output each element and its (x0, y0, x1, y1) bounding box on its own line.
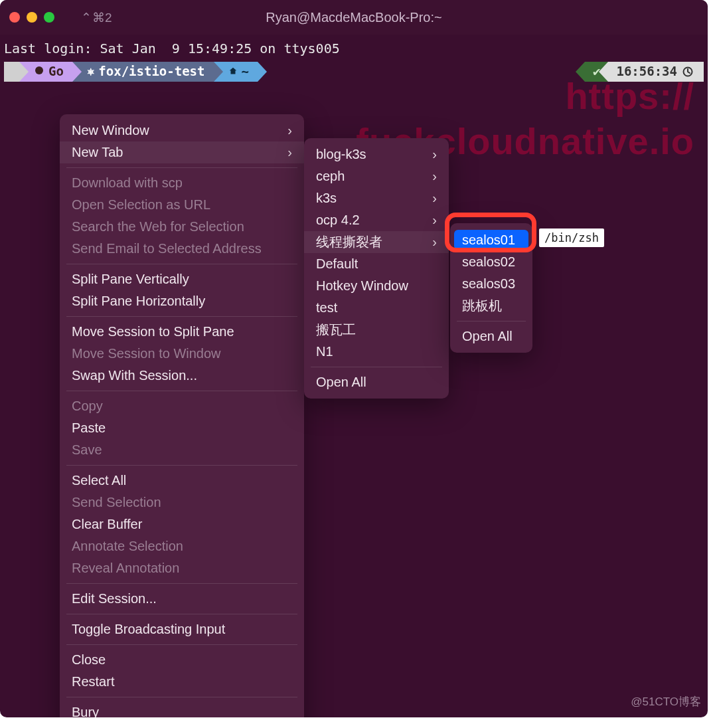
menu-separator (66, 316, 297, 317)
terminal-window: ⌃⌘2 Ryan@MacdeMacBook-Pro:~ Last login: … (0, 0, 708, 717)
credit-text: @51CTO博客 (631, 694, 701, 709)
chevron-right-icon: › (432, 191, 437, 206)
menu-item[interactable]: Clear Buffer (60, 513, 304, 535)
menu-item-label: Bury (72, 705, 99, 717)
menu-item-label: Default (316, 256, 358, 272)
window-title: Ryan@MacdeMacBook-Pro:~ (266, 10, 441, 25)
menu-item-label: 搬瓦工 (316, 321, 356, 339)
menu-item-label: 跳板机 (462, 297, 502, 315)
menu-item-label: ceph (316, 169, 345, 184)
menu-item[interactable]: Open All (304, 371, 449, 393)
menu-item[interactable]: N1 (304, 341, 449, 363)
menu-item[interactable]: Bury (60, 701, 304, 717)
menu-item: Open Selection as URL (60, 194, 304, 216)
menu-item[interactable]: 搬瓦工 (304, 319, 449, 341)
context-menu-main[interactable]: New Window›New Tab›Download with scpOpen… (60, 114, 304, 717)
window-controls (9, 12, 54, 23)
menu-separator (66, 614, 297, 614)
minimize-window-button[interactable] (27, 12, 37, 23)
svg-point-0 (35, 66, 43, 74)
menu-item[interactable]: Restart (60, 671, 304, 693)
menu-item-label: sealos02 (462, 254, 515, 270)
menu-item[interactable]: sealos02 (450, 251, 532, 273)
menu-separator (66, 583, 297, 584)
prompt-seg-kube: ⎈ fox/istio-test (72, 62, 214, 82)
context-menu-profile-group[interactable]: sealos01sealos02sealos03跳板机Open All (450, 223, 532, 353)
menu-separator (457, 321, 526, 321)
menu-item-label: Download with scp (72, 175, 183, 191)
menu-item-label: Select All (72, 473, 126, 488)
last-login-line: Last login: Sat Jan 9 15:49:25 on ttys00… (4, 40, 704, 58)
menu-item[interactable]: Hotkey Window (304, 275, 449, 297)
menu-item-label: Hotkey Window (316, 278, 408, 294)
menu-item-label: sealos03 (462, 276, 515, 292)
menu-item-label: Edit Session... (72, 591, 157, 606)
menu-item-label: Open All (462, 329, 513, 344)
menu-item: Save (60, 439, 304, 461)
menu-separator (66, 167, 297, 168)
menu-item[interactable]: New Tab› (60, 141, 304, 163)
menu-item: Search the Web for Selection (60, 216, 304, 238)
tab-shortcut-label: ⌃⌘2 (81, 10, 112, 25)
menu-item-label: Move Session to Split Pane (72, 324, 234, 339)
menu-item: Reveal Annotation (60, 557, 304, 579)
menu-item[interactable]: Close (60, 649, 304, 671)
chevron-right-icon: › (432, 147, 437, 162)
menu-item-label: N1 (316, 344, 333, 359)
menu-separator (66, 697, 297, 697)
context-menu-newtab[interactable]: blog-k3s›ceph›k3s›ocp 4.2›线程撕裂者›DefaultH… (304, 138, 449, 399)
menu-item[interactable]: Default (304, 253, 449, 275)
menu-item[interactable]: Select All (60, 470, 304, 492)
zoom-window-button[interactable] (44, 12, 54, 23)
home-icon (228, 63, 238, 80)
menu-item-label: Paste (72, 420, 106, 436)
chevron-right-icon: › (432, 213, 437, 228)
menu-item-label: sealos01 (462, 232, 515, 248)
menu-item[interactable]: ceph› (304, 165, 449, 187)
menu-item[interactable]: test (304, 297, 449, 319)
menu-item-label: Send Email to Selected Address (72, 241, 262, 256)
menu-item-label: New Window (72, 123, 149, 138)
menu-item-label: blog-k3s (316, 147, 366, 162)
menu-item[interactable]: Move Session to Split Pane (60, 321, 304, 343)
menu-item[interactable]: Toggle Broadcasting Input (60, 618, 304, 640)
menu-item[interactable]: ocp 4.2› (304, 209, 449, 231)
chevron-right-icon: › (432, 234, 437, 250)
menu-item[interactable]: 跳板机 (450, 295, 532, 317)
menu-item-label: Toggle Broadcasting Input (72, 622, 225, 637)
menu-item: Move Session to Window (60, 343, 304, 365)
menu-item-label: Clear Buffer (72, 517, 142, 532)
menu-item: Copy (60, 395, 304, 417)
menu-item[interactable]: Edit Session... (60, 588, 304, 610)
menu-item[interactable]: New Window› (60, 120, 304, 141)
menu-item[interactable]: sealos03 (450, 273, 532, 295)
tooltip-shell: /bin/zsh (539, 228, 604, 247)
menu-item[interactable]: Split Pane Horizontally (60, 290, 304, 312)
menu-item[interactable]: Open All (450, 325, 532, 347)
chevron-right-icon: › (287, 145, 292, 160)
menu-item-label: Save (72, 442, 102, 458)
menu-item-label: Send Selection (72, 495, 161, 510)
chevron-right-icon: › (287, 123, 292, 138)
prompt-ctx-text: fox/istio-test (98, 63, 204, 80)
menu-item-label: test (316, 300, 337, 316)
menu-item-label: ocp 4.2 (316, 213, 360, 228)
menu-item[interactable]: sealos01 (454, 230, 528, 250)
menu-item[interactable]: blog-k3s› (304, 143, 449, 165)
menu-separator (66, 391, 297, 391)
menu-item: Annotate Selection (60, 535, 304, 557)
menu-item-label: Annotate Selection (72, 539, 183, 554)
menu-item[interactable]: Split Pane Vertically (60, 268, 304, 290)
close-window-button[interactable] (9, 12, 20, 23)
menu-item-label: Split Pane Horizontally (72, 294, 205, 309)
menu-item-label: Search the Web for Selection (72, 219, 244, 234)
menu-item-label: 线程撕裂者 (316, 233, 382, 251)
menu-item[interactable]: k3s› (304, 187, 449, 209)
menu-separator (66, 644, 297, 645)
menu-item-label: Split Pane Vertically (72, 272, 189, 287)
menu-item[interactable]: Paste (60, 417, 304, 439)
menu-item-label: Close (72, 652, 106, 668)
prompt-seg-apple (4, 62, 19, 82)
menu-item[interactable]: 线程撕裂者› (304, 231, 449, 253)
menu-item[interactable]: Swap With Session... (60, 365, 304, 387)
